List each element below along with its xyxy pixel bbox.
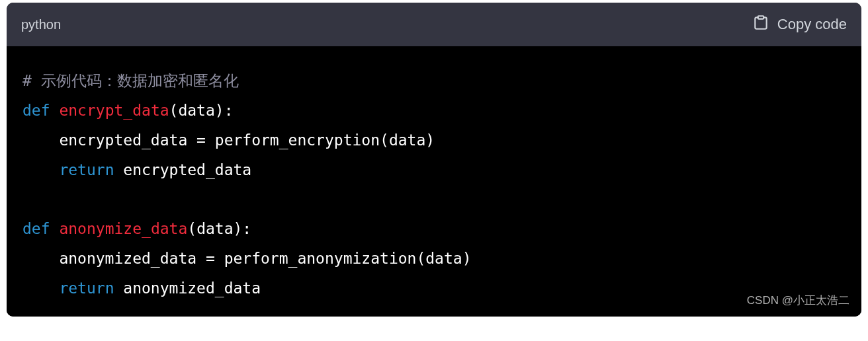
code-token: return: [59, 280, 114, 297]
code-block: python Copy code # 示例代码：数据加密和匿名化def encr…: [7, 3, 861, 317]
code-token: encrypted_data: [114, 161, 251, 178]
code-line: anonymized_data = perform_anonymization(…: [22, 244, 846, 274]
code-token: [50, 220, 60, 237]
code-line: encrypted_data = perform_encryption(data…: [22, 126, 846, 155]
language-label: python: [21, 17, 61, 32]
code-token: anonymized_data = perform_anonymization(…: [22, 250, 472, 267]
code-token: [50, 102, 60, 119]
svg-rect-0: [758, 16, 763, 19]
copy-code-button[interactable]: Copy code: [752, 14, 847, 35]
code-token: anonymized_data: [114, 280, 261, 297]
code-line: return anonymized_data: [22, 274, 846, 303]
code-token: (data):: [169, 102, 234, 119]
code-token: return: [59, 161, 114, 178]
code-token: # 示例代码：数据加密和匿名化: [22, 72, 239, 89]
code-token: anonymize_data: [59, 220, 187, 237]
code-line: return encrypted_data: [22, 155, 846, 185]
code-line: [22, 184, 846, 214]
code-token: (data):: [187, 220, 251, 237]
code-token: [22, 280, 59, 297]
clipboard-icon: [752, 14, 769, 35]
copy-code-label: Copy code: [777, 16, 847, 33]
code-header: python Copy code: [7, 3, 861, 46]
code-token: [22, 161, 59, 178]
code-token: encrypted_data = perform_encryption(data…: [22, 132, 435, 149]
code-line: def encrypt_data(data):: [22, 96, 846, 126]
watermark: CSDN @小正太浩二: [747, 289, 849, 311]
code-line: # 示例代码：数据加密和匿名化: [22, 66, 846, 96]
code-content: # 示例代码：数据加密和匿名化def encrypt_data(data): e…: [22, 66, 846, 303]
code-token: def: [22, 102, 50, 119]
code-body: # 示例代码：数据加密和匿名化def encrypt_data(data): e…: [7, 46, 861, 317]
code-line: def anonymize_data(data):: [22, 214, 846, 244]
code-token: encrypt_data: [59, 102, 169, 119]
code-token: def: [22, 220, 50, 237]
